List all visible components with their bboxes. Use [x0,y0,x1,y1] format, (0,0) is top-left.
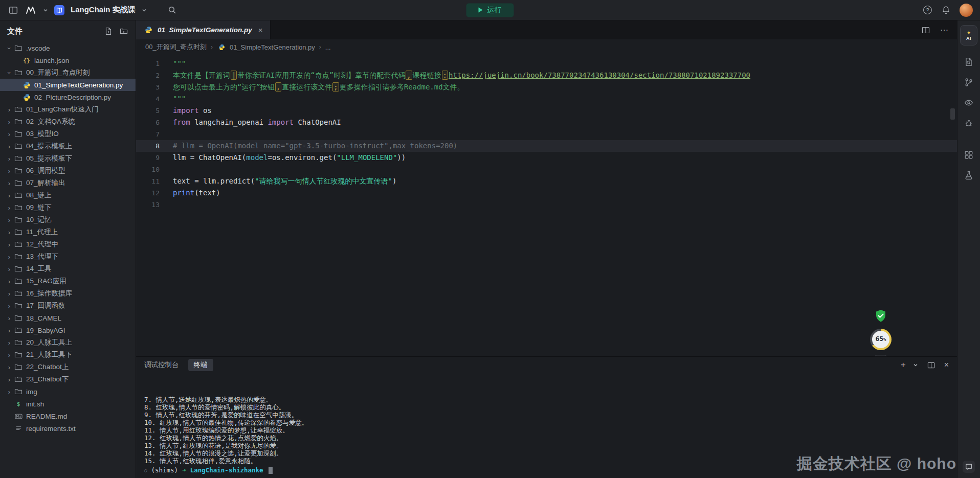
code-line[interactable]: 6from langchain_openai import ChatOpenAI [136,117,957,128]
chevron-icon[interactable]: › [5,118,13,126]
close-panel-icon[interactable]: × [944,360,949,370]
file-search-icon[interactable] [962,55,975,69]
code-line[interactable]: 11text = llm.predict("请给我写一句情人节红玫瑰的中文宣传语… [136,175,957,187]
tree-folder[interactable]: ›03_模型IO [0,128,136,140]
chevron-icon[interactable]: › [5,290,13,298]
tree-file[interactable]: requirements.txt [0,422,136,435]
chevron-icon[interactable]: › [5,314,13,322]
chevron-icon[interactable]: › [5,241,13,248]
tree-file[interactable]: 01_SimpleTextGeneration.py [0,79,136,91]
tree-folder[interactable]: ›13_代理下 [0,251,136,263]
chevron-icon[interactable]: › [5,155,13,163]
run-button[interactable]: 运行 [466,3,514,17]
feedback-chat-icon[interactable] [963,461,975,473]
code-line[interactable]: 2本文件是【开篇词|带你亲证AI应用开发的“奇点”时刻】章节的配套代码,课程链接… [136,70,957,81]
editor-tab[interactable]: 01_SimpleTextGeneration.py × [136,20,271,39]
tab-terminal[interactable]: 终端 [188,359,213,371]
chevron-icon[interactable]: › [5,339,13,347]
new-folder-icon[interactable] [119,27,128,36]
terminal-dropdown-chevron-icon[interactable] [912,359,919,371]
code-line[interactable]: 12print(text) [136,187,957,199]
tree-folder[interactable]: ›18_CAMEL [0,312,136,324]
debug-bug-icon[interactable] [962,117,975,130]
code-line[interactable]: 8# llm = OpenAI(model_name="gpt-3.5-turb… [136,140,957,152]
chevron-icon[interactable]: › [5,229,13,236]
code-line[interactable]: 10 [136,164,957,175]
tree-folder[interactable]: ›20_人脉工具上 [0,336,136,349]
tree-folder[interactable]: ›14_工具 [0,263,136,275]
chevron-icon[interactable]: › [5,363,13,371]
chevron-icon[interactable]: › [6,69,13,77]
new-terminal-icon[interactable]: + [901,360,906,370]
tree-folder[interactable]: ›img [0,385,136,398]
tree-folder[interactable]: ›21_人脉工具下 [0,349,136,361]
tab-debug-console[interactable]: 调试控制台 [144,360,179,370]
toggle-sidebar-icon[interactable] [7,4,19,16]
tree-file[interactable]: $init.sh [0,398,136,410]
preview-eye-icon[interactable] [962,96,975,109]
tree-file[interactable]: {}launch.json [0,54,136,66]
tree-file[interactable]: README.md [0,410,136,422]
chevron-icon[interactable]: › [5,265,13,273]
tree-folder[interactable]: ›10_记忆 [0,214,136,226]
notifications-bell-icon[interactable] [940,4,952,16]
code-line[interactable]: 13 [136,199,957,211]
chevron-icon[interactable]: › [5,130,13,138]
tree-folder[interactable]: ›08_链上 [0,189,136,201]
split-panel-icon[interactable] [925,359,938,371]
chevron-icon[interactable]: › [5,376,13,383]
more-actions-icon[interactable]: ⋯ [940,25,949,35]
chevron-icon[interactable]: › [5,253,13,261]
split-editor-icon[interactable] [920,24,932,36]
chevron-icon[interactable]: › [5,278,13,285]
screenshot-camera-icon[interactable] [874,355,887,356]
tree-folder[interactable]: ›09_链下 [0,201,136,214]
code-line[interactable]: 3您可以点击最上方的“运行”按钮,直接运行该文件;更多操作指引请参考Readme… [136,81,957,93]
new-file-icon[interactable] [104,27,113,36]
shield-check-icon[interactable] [875,309,887,324]
search-icon[interactable] [166,4,179,16]
breadcrumb-file[interactable]: 01_SimpleTextGeneration.py [217,43,315,51]
tree-folder[interactable]: ›23_Chatbot下 [0,373,136,385]
logo-chevron-down-icon[interactable] [42,4,49,16]
code-editor[interactable]: 1"""2本文件是【开篇词|带你亲证AI应用开发的“奇点”时刻】章节的配套代码,… [136,55,957,356]
code-line[interactable]: 1""" [136,58,957,70]
tree-folder[interactable]: ›04_提示模板上 [0,140,136,152]
ai-assistant-button[interactable]: ✦ AI [960,25,977,45]
chevron-icon[interactable]: › [5,204,13,212]
marscode-logo[interactable] [25,4,37,16]
chevron-icon[interactable]: › [5,179,13,187]
tree-folder[interactable]: ›17_回调函数 [0,300,136,312]
chevron-icon[interactable]: › [5,106,13,113]
tree-folder[interactable]: ›22_Chatbot上 [0,361,136,373]
chevron-icon[interactable]: › [5,351,13,359]
breadcrumb-folder[interactable]: 00_开篇词_奇点时刻 [145,42,207,52]
tree-folder[interactable]: ›00_开篇词_奇点时刻 [0,66,136,79]
code-line[interactable]: 9llm = ChatOpenAI(model=os.environ.get("… [136,152,957,164]
tree-folder[interactable]: ›.vscode [0,42,136,54]
chevron-icon[interactable]: › [5,302,13,310]
chevron-icon[interactable]: › [5,192,13,199]
tree-folder[interactable]: ›16_操作数据库 [0,287,136,300]
tree-folder[interactable]: ›05_提示模板下 [0,152,136,165]
editor-scrollbar-thumb[interactable] [950,108,955,120]
tree-folder[interactable]: ›11_代理上 [0,226,136,238]
tree-folder[interactable]: ›07_解析输出 [0,177,136,189]
lab-flask-icon[interactable] [962,169,975,182]
code-line[interactable]: 7 [136,128,957,140]
chevron-icon[interactable]: › [5,327,13,334]
extensions-grid-icon[interactable] [962,148,975,162]
tree-folder[interactable]: ›12_代理中 [0,238,136,251]
tree-file[interactable]: 02_PictureDescription.py [0,91,136,103]
code-line[interactable]: 5import os [136,105,957,117]
breadcrumb-more[interactable]: ... [325,43,331,51]
tree-folder[interactable]: ›15_RAG应用 [0,275,136,287]
score-ring[interactable]: 65% [870,329,892,350]
tree-folder[interactable]: ›01_LangChain快速入门 [0,103,136,116]
code-link[interactable]: https://juejin.cn/book/73877023474361303… [449,71,750,79]
user-avatar[interactable] [960,4,973,17]
tab-close-icon[interactable]: × [258,26,263,34]
tree-folder[interactable]: ›02_文档QA系统 [0,116,136,128]
workspace-chevron-down-icon[interactable] [141,4,148,16]
chevron-icon[interactable]: › [5,216,13,224]
